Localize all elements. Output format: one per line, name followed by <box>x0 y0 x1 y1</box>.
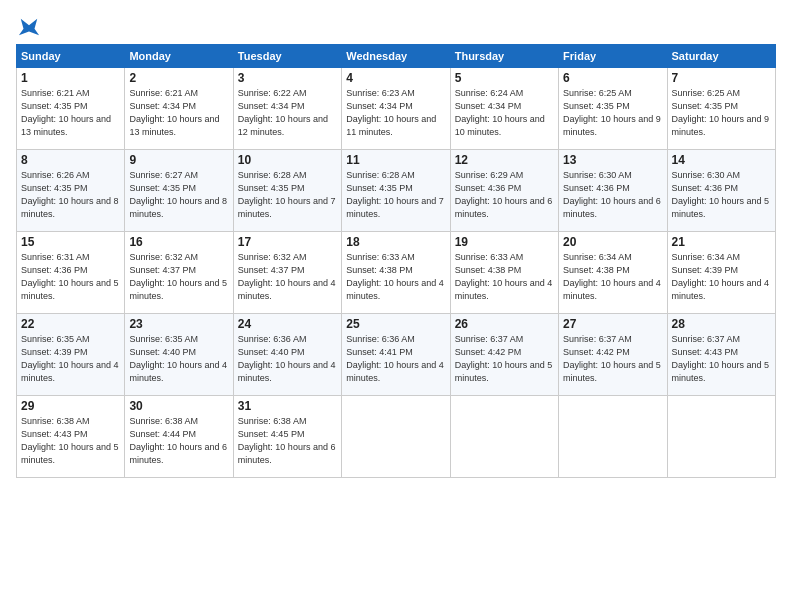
day-number: 17 <box>238 235 337 249</box>
day-number: 21 <box>672 235 771 249</box>
calendar-cell <box>450 396 558 478</box>
day-info: Sunrise: 6:37 AMSunset: 4:42 PMDaylight:… <box>563 333 662 385</box>
day-number: 11 <box>346 153 445 167</box>
day-info: Sunrise: 6:37 AMSunset: 4:43 PMDaylight:… <box>672 333 771 385</box>
calendar-day-header: Saturday <box>667 45 775 68</box>
calendar-cell: 7Sunrise: 6:25 AMSunset: 4:35 PMDaylight… <box>667 68 775 150</box>
day-info: Sunrise: 6:34 AMSunset: 4:39 PMDaylight:… <box>672 251 771 303</box>
calendar-cell: 16Sunrise: 6:32 AMSunset: 4:37 PMDayligh… <box>125 232 233 314</box>
calendar-cell: 15Sunrise: 6:31 AMSunset: 4:36 PMDayligh… <box>17 232 125 314</box>
calendar-week-row: 22Sunrise: 6:35 AMSunset: 4:39 PMDayligh… <box>17 314 776 396</box>
day-info: Sunrise: 6:21 AMSunset: 4:34 PMDaylight:… <box>129 87 228 139</box>
day-info: Sunrise: 6:32 AMSunset: 4:37 PMDaylight:… <box>129 251 228 303</box>
calendar-cell: 25Sunrise: 6:36 AMSunset: 4:41 PMDayligh… <box>342 314 450 396</box>
calendar-cell <box>342 396 450 478</box>
day-info: Sunrise: 6:26 AMSunset: 4:35 PMDaylight:… <box>21 169 120 221</box>
day-info: Sunrise: 6:27 AMSunset: 4:35 PMDaylight:… <box>129 169 228 221</box>
calendar-cell: 6Sunrise: 6:25 AMSunset: 4:35 PMDaylight… <box>559 68 667 150</box>
day-number: 8 <box>21 153 120 167</box>
calendar-week-row: 29Sunrise: 6:38 AMSunset: 4:43 PMDayligh… <box>17 396 776 478</box>
calendar-cell: 29Sunrise: 6:38 AMSunset: 4:43 PMDayligh… <box>17 396 125 478</box>
calendar-week-row: 8Sunrise: 6:26 AMSunset: 4:35 PMDaylight… <box>17 150 776 232</box>
day-info: Sunrise: 6:35 AMSunset: 4:40 PMDaylight:… <box>129 333 228 385</box>
day-number: 14 <box>672 153 771 167</box>
calendar-cell: 18Sunrise: 6:33 AMSunset: 4:38 PMDayligh… <box>342 232 450 314</box>
calendar-cell: 30Sunrise: 6:38 AMSunset: 4:44 PMDayligh… <box>125 396 233 478</box>
calendar-cell: 23Sunrise: 6:35 AMSunset: 4:40 PMDayligh… <box>125 314 233 396</box>
day-number: 6 <box>563 71 662 85</box>
calendar-cell <box>667 396 775 478</box>
day-info: Sunrise: 6:30 AMSunset: 4:36 PMDaylight:… <box>672 169 771 221</box>
day-number: 24 <box>238 317 337 331</box>
day-number: 13 <box>563 153 662 167</box>
calendar-cell: 9Sunrise: 6:27 AMSunset: 4:35 PMDaylight… <box>125 150 233 232</box>
day-number: 3 <box>238 71 337 85</box>
day-number: 10 <box>238 153 337 167</box>
calendar-day-header: Friday <box>559 45 667 68</box>
day-number: 22 <box>21 317 120 331</box>
day-info: Sunrise: 6:29 AMSunset: 4:36 PMDaylight:… <box>455 169 554 221</box>
day-info: Sunrise: 6:31 AMSunset: 4:36 PMDaylight:… <box>21 251 120 303</box>
day-info: Sunrise: 6:23 AMSunset: 4:34 PMDaylight:… <box>346 87 445 139</box>
day-number: 29 <box>21 399 120 413</box>
calendar-cell: 24Sunrise: 6:36 AMSunset: 4:40 PMDayligh… <box>233 314 341 396</box>
calendar-cell: 11Sunrise: 6:28 AMSunset: 4:35 PMDayligh… <box>342 150 450 232</box>
day-info: Sunrise: 6:33 AMSunset: 4:38 PMDaylight:… <box>346 251 445 303</box>
calendar-week-row: 15Sunrise: 6:31 AMSunset: 4:36 PMDayligh… <box>17 232 776 314</box>
logo-bird-icon <box>18 16 40 38</box>
day-number: 26 <box>455 317 554 331</box>
calendar-day-header: Thursday <box>450 45 558 68</box>
calendar-cell: 31Sunrise: 6:38 AMSunset: 4:45 PMDayligh… <box>233 396 341 478</box>
day-info: Sunrise: 6:38 AMSunset: 4:43 PMDaylight:… <box>21 415 120 467</box>
day-info: Sunrise: 6:28 AMSunset: 4:35 PMDaylight:… <box>238 169 337 221</box>
day-info: Sunrise: 6:35 AMSunset: 4:39 PMDaylight:… <box>21 333 120 385</box>
day-number: 12 <box>455 153 554 167</box>
calendar-cell: 22Sunrise: 6:35 AMSunset: 4:39 PMDayligh… <box>17 314 125 396</box>
calendar-cell: 5Sunrise: 6:24 AMSunset: 4:34 PMDaylight… <box>450 68 558 150</box>
day-info: Sunrise: 6:38 AMSunset: 4:45 PMDaylight:… <box>238 415 337 467</box>
calendar-cell: 26Sunrise: 6:37 AMSunset: 4:42 PMDayligh… <box>450 314 558 396</box>
day-info: Sunrise: 6:32 AMSunset: 4:37 PMDaylight:… <box>238 251 337 303</box>
calendar-week-row: 1Sunrise: 6:21 AMSunset: 4:35 PMDaylight… <box>17 68 776 150</box>
day-number: 31 <box>238 399 337 413</box>
calendar-cell: 20Sunrise: 6:34 AMSunset: 4:38 PMDayligh… <box>559 232 667 314</box>
calendar-cell: 14Sunrise: 6:30 AMSunset: 4:36 PMDayligh… <box>667 150 775 232</box>
day-info: Sunrise: 6:24 AMSunset: 4:34 PMDaylight:… <box>455 87 554 139</box>
calendar-day-header: Monday <box>125 45 233 68</box>
calendar-cell: 21Sunrise: 6:34 AMSunset: 4:39 PMDayligh… <box>667 232 775 314</box>
day-number: 25 <box>346 317 445 331</box>
day-number: 9 <box>129 153 228 167</box>
day-info: Sunrise: 6:36 AMSunset: 4:41 PMDaylight:… <box>346 333 445 385</box>
day-info: Sunrise: 6:21 AMSunset: 4:35 PMDaylight:… <box>21 87 120 139</box>
calendar-cell: 28Sunrise: 6:37 AMSunset: 4:43 PMDayligh… <box>667 314 775 396</box>
calendar-table: SundayMondayTuesdayWednesdayThursdayFrid… <box>16 44 776 478</box>
day-info: Sunrise: 6:25 AMSunset: 4:35 PMDaylight:… <box>672 87 771 139</box>
calendar-cell: 8Sunrise: 6:26 AMSunset: 4:35 PMDaylight… <box>17 150 125 232</box>
day-info: Sunrise: 6:33 AMSunset: 4:38 PMDaylight:… <box>455 251 554 303</box>
day-number: 4 <box>346 71 445 85</box>
calendar-cell <box>559 396 667 478</box>
calendar-day-header: Wednesday <box>342 45 450 68</box>
day-info: Sunrise: 6:34 AMSunset: 4:38 PMDaylight:… <box>563 251 662 303</box>
day-info: Sunrise: 6:38 AMSunset: 4:44 PMDaylight:… <box>129 415 228 467</box>
day-number: 2 <box>129 71 228 85</box>
day-number: 30 <box>129 399 228 413</box>
day-number: 7 <box>672 71 771 85</box>
day-info: Sunrise: 6:30 AMSunset: 4:36 PMDaylight:… <box>563 169 662 221</box>
logo <box>16 16 40 38</box>
day-number: 15 <box>21 235 120 249</box>
day-number: 28 <box>672 317 771 331</box>
day-number: 1 <box>21 71 120 85</box>
calendar-cell: 10Sunrise: 6:28 AMSunset: 4:35 PMDayligh… <box>233 150 341 232</box>
calendar-cell: 13Sunrise: 6:30 AMSunset: 4:36 PMDayligh… <box>559 150 667 232</box>
calendar-cell: 27Sunrise: 6:37 AMSunset: 4:42 PMDayligh… <box>559 314 667 396</box>
day-number: 20 <box>563 235 662 249</box>
calendar-cell: 17Sunrise: 6:32 AMSunset: 4:37 PMDayligh… <box>233 232 341 314</box>
calendar-day-header: Sunday <box>17 45 125 68</box>
calendar-cell: 2Sunrise: 6:21 AMSunset: 4:34 PMDaylight… <box>125 68 233 150</box>
day-number: 18 <box>346 235 445 249</box>
day-number: 5 <box>455 71 554 85</box>
day-info: Sunrise: 6:37 AMSunset: 4:42 PMDaylight:… <box>455 333 554 385</box>
calendar-cell: 3Sunrise: 6:22 AMSunset: 4:34 PMDaylight… <box>233 68 341 150</box>
calendar-cell: 1Sunrise: 6:21 AMSunset: 4:35 PMDaylight… <box>17 68 125 150</box>
